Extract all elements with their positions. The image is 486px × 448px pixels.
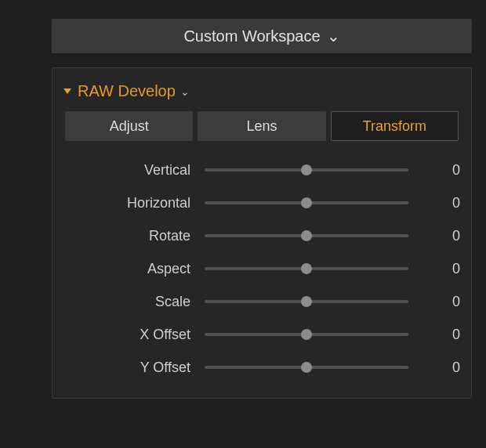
slider-thumb[interactable] [301,197,312,208]
slider-aspect: Aspect 0 [63,252,460,285]
slider-group: Vertical 0 Horizontal 0 Rotate 0 [60,149,463,384]
slider-thumb[interactable] [301,263,312,274]
workspace-label: Custom Workspace [183,27,320,45]
raw-develop-panel: RAW Develop ⌄ Adjust Lens Transform Vert… [52,67,472,399]
transform-tabs: Adjust Lens Transform [60,111,463,149]
slider-vertical: Vertical 0 [63,154,460,186]
slider-track[interactable] [205,228,408,244]
slider-label: Y Offset [63,359,205,376]
tab-adjust[interactable]: Adjust [65,111,193,141]
slider-thumb[interactable] [301,164,312,175]
slider-thumb[interactable] [301,230,312,241]
slider-label: Aspect [63,261,205,277]
slider-label: Vertical [63,162,205,179]
slider-value[interactable]: 0 [408,195,460,211]
slider-horizontal: Horizontal 0 [63,186,460,219]
slider-thumb[interactable] [301,362,312,373]
slider-track[interactable] [205,162,408,178]
slider-track[interactable] [205,261,408,276]
workspace-selector[interactable]: Custom Workspace ⌄ [52,19,472,53]
slider-track[interactable] [205,195,408,211]
slider-value[interactable]: 0 [408,294,460,310]
slider-track[interactable] [205,359,408,375]
chevron-down-icon: ⌄ [180,85,190,98]
slider-scale: Scale 0 [63,285,460,318]
slider-thumb[interactable] [301,329,312,340]
slider-label: Rotate [63,228,205,244]
slider-label: X Offset [63,327,205,343]
triangle-down-icon [63,89,71,94]
chevron-down-icon: ⌄ [327,27,340,45]
slider-label: Horizontal [63,195,205,211]
tab-lens[interactable]: Lens [198,111,325,141]
slider-value[interactable]: 0 [408,162,460,179]
tab-transform[interactable]: Transform [331,111,459,141]
slider-label: Scale [63,294,205,310]
slider-track[interactable] [205,294,408,309]
section-title: RAW Develop [78,82,176,100]
slider-value[interactable]: 0 [408,359,460,376]
slider-value[interactable]: 0 [408,327,460,343]
slider-y-offset: Y Offset 0 [63,351,460,384]
slider-rotate: Rotate 0 [63,219,460,252]
slider-value[interactable]: 0 [408,228,460,244]
slider-x-offset: X Offset 0 [63,318,460,351]
slider-track[interactable] [205,327,408,342]
slider-thumb[interactable] [301,296,312,307]
slider-value[interactable]: 0 [408,261,460,277]
raw-develop-header[interactable]: RAW Develop ⌄ [60,71,463,111]
